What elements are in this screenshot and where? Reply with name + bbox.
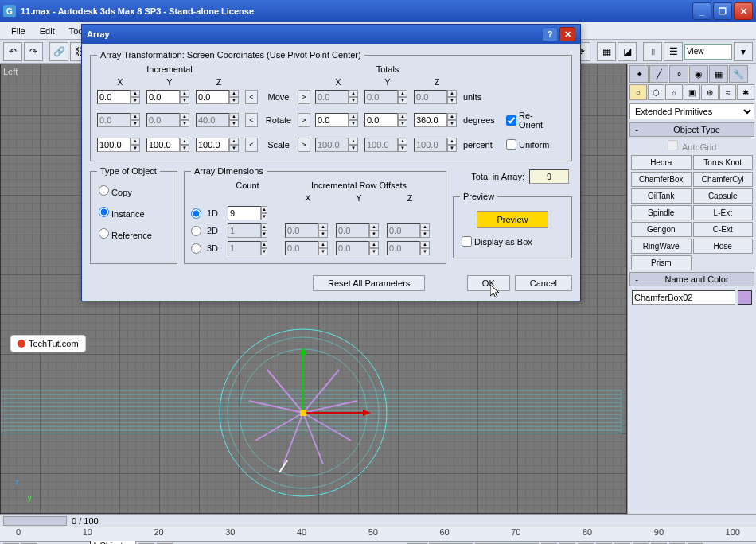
d3x: ▲▼ <box>285 241 331 255</box>
minimize-button[interactable]: _ <box>692 2 711 20</box>
count-1d[interactable]: ▲▼ <box>228 206 267 220</box>
rot-right-arrow[interactable]: > <box>298 113 310 127</box>
svg-line-20 <box>255 413 303 441</box>
type-group: Type of Object Copy Instance Reference <box>90 166 177 264</box>
btn-cext[interactable]: C-Ext <box>693 222 754 237</box>
status-bar-1: ▤ ◉ 1 Object Se 🔒 ⊞ X: Y: Z: Grid = 10.0… <box>0 541 756 544</box>
maximize-button[interactable]: ❐ <box>713 2 732 20</box>
scl-tx: ▲▼ <box>315 138 361 152</box>
tab-display-icon[interactable]: ▦ <box>709 65 728 83</box>
btn-spindle[interactable]: Spindle <box>631 205 692 220</box>
menu-file[interactable]: File <box>5 25 32 37</box>
btn-hedra[interactable]: Hedra <box>631 155 692 170</box>
tab-hierarchy-icon[interactable]: ⚬ <box>669 65 688 83</box>
color-swatch[interactable] <box>738 290 752 305</box>
move-ty: ▲▼ <box>364 90 411 104</box>
scl-ix[interactable]: ▲▼ <box>97 138 143 152</box>
align-icon[interactable]: ⫴ <box>643 42 662 61</box>
preview-button[interactable]: Preview <box>477 211 548 228</box>
mirror-icon[interactable]: ◪ <box>618 42 637 61</box>
transform-group: Array Transformation: Screen Coordinates… <box>90 50 572 161</box>
sub-systems-icon[interactable]: ✱ <box>737 84 754 100</box>
rot-ty[interactable]: ▲▼ <box>364 113 411 127</box>
sub-shapes-icon[interactable]: ⬡ <box>648 84 665 100</box>
ok-button[interactable]: OK <box>467 275 510 291</box>
rot-tx[interactable]: ▲▼ <box>315 113 361 127</box>
radio-3d[interactable]: 3D <box>191 243 223 254</box>
uniform-check[interactable]: Uniform <box>505 136 552 153</box>
radio-1d[interactable]: 1D <box>191 208 223 219</box>
btn-ringwave[interactable]: RingWave <box>631 239 692 254</box>
cancel-button[interactable]: Cancel <box>515 275 572 291</box>
layers-icon[interactable]: ☰ <box>664 42 683 61</box>
object-name-input[interactable] <box>632 290 735 305</box>
radio-reference[interactable]: Reference <box>97 223 170 245</box>
rot-tz[interactable]: ▲▼ <box>414 113 460 127</box>
rot-iz: ▲▼ <box>196 113 242 127</box>
svg-line-18 <box>303 413 323 464</box>
tab-motion-icon[interactable]: ◉ <box>689 65 708 83</box>
sub-lights-icon[interactable]: ☼ <box>665 84 683 100</box>
rot-iy: ▲▼ <box>146 113 193 127</box>
menu-edit[interactable]: Edit <box>33 25 61 37</box>
ref-coord-combo[interactable] <box>684 44 732 60</box>
radio-2d[interactable]: 2D <box>191 226 223 236</box>
move-iy[interactable]: ▲▼ <box>146 90 193 104</box>
link-icon[interactable]: 🔗 <box>49 42 68 61</box>
move-right-arrow[interactable]: > <box>298 90 310 104</box>
reorient-check[interactable]: Re-Orient <box>505 107 552 133</box>
sub-cameras-icon[interactable]: ▣ <box>684 84 701 100</box>
scl-iy[interactable]: ▲▼ <box>146 138 193 152</box>
autogrid-checkbox[interactable]: AutoGrid <box>629 138 754 153</box>
display-as-box-check[interactable]: Display as Box <box>460 233 565 250</box>
named-sel-icon[interactable]: ▦ <box>597 42 616 61</box>
scl-right-arrow[interactable]: > <box>298 138 310 152</box>
scl-iz[interactable]: ▲▼ <box>196 138 242 152</box>
dialog-help-button[interactable]: ? <box>542 27 558 41</box>
btn-prism[interactable]: Prism <box>631 255 692 270</box>
tab-modify-icon[interactable]: ╱ <box>649 65 668 83</box>
move-iz[interactable]: ▲▼ <box>196 90 242 104</box>
d2y: ▲▼ <box>336 223 382 238</box>
btn-oiltank[interactable]: OilTank <box>631 188 692 204</box>
redo-icon[interactable]: ↷ <box>24 42 43 61</box>
move-left-arrow[interactable]: < <box>245 90 258 104</box>
category-combo[interactable]: Extended Primitives <box>629 103 754 119</box>
radio-copy[interactable]: Copy <box>97 181 170 202</box>
dialog-titlebar[interactable]: Array ? ✕ <box>82 25 580 44</box>
btn-chamfercyl[interactable]: ChamferCyl <box>693 172 754 187</box>
btn-gengon[interactable]: Gengon <box>631 222 692 237</box>
rollout-object-type[interactable]: -Object Type <box>629 122 754 137</box>
move-tz: ▲▼ <box>414 90 460 104</box>
scl-left-arrow[interactable]: < <box>245 138 258 152</box>
btn-torusknot[interactable]: Torus Knot <box>693 155 754 170</box>
sub-geometry-icon[interactable]: ○ <box>629 84 647 100</box>
d3y: ▲▼ <box>336 241 382 255</box>
btn-lext[interactable]: L-Ext <box>693 205 754 220</box>
sub-helpers-icon[interactable]: ⊕ <box>701 84 719 100</box>
tab-utilities-icon[interactable]: 🔧 <box>729 65 748 83</box>
count-3d: ▲▼ <box>228 241 267 255</box>
sub-spacewarps-icon[interactable]: ≈ <box>719 84 737 100</box>
svg-line-19 <box>283 413 303 464</box>
rollout-name-color[interactable]: -Name and Color <box>629 272 754 286</box>
track-bar[interactable]: 01020 304050 607080 90100 <box>0 527 756 541</box>
time-slider[interactable]: 0 / 100 <box>0 514 756 527</box>
array-dialog: Array ? ✕ Array Transformation: Screen C… <box>81 24 581 301</box>
dropdown-icon[interactable]: ▾ <box>734 42 753 61</box>
reset-button[interactable]: Reset All Parameters <box>313 275 425 291</box>
close-button[interactable]: ✕ <box>734 2 753 20</box>
move-ix[interactable]: ▲▼ <box>97 90 143 104</box>
tab-create-icon[interactable]: ✦ <box>629 65 649 83</box>
svg-marker-25 <box>300 347 306 355</box>
dialog-title: Array <box>87 29 542 39</box>
dialog-close-button[interactable]: ✕ <box>559 27 575 41</box>
undo-icon[interactable]: ↶ <box>3 42 22 61</box>
radio-instance[interactable]: Instance <box>97 202 170 223</box>
viewport-label: Left <box>3 67 18 76</box>
rot-left-arrow[interactable]: < <box>245 113 258 127</box>
watermark: TechTut.com <box>10 335 86 352</box>
btn-chamferbox[interactable]: ChamferBox <box>631 172 692 187</box>
btn-hose[interactable]: Hose <box>693 239 754 254</box>
btn-capsule[interactable]: Capsule <box>693 188 754 204</box>
